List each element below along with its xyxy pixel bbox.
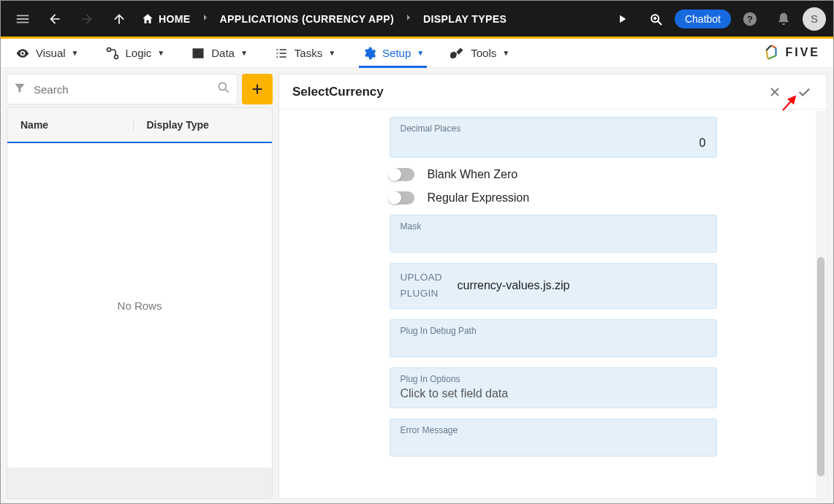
play-icon[interactable] [607, 4, 637, 34]
debug-path-field[interactable]: Plug In Debug Path [390, 319, 717, 357]
page-title: SelectCurrency [292, 85, 384, 99]
filter-icon [13, 81, 26, 97]
decimal-places-field[interactable]: Decimal Places 0 [390, 117, 717, 158]
decimal-places-value: 0 [401, 137, 706, 150]
chevron-down-icon: ▼ [240, 49, 248, 57]
home-icon [141, 12, 154, 26]
regex-label: Regular Expression [428, 191, 530, 205]
tab-tools[interactable]: Tools ▼ [447, 39, 512, 67]
tab-setup-label: Setup [382, 47, 411, 59]
plus-icon [249, 81, 265, 97]
error-message-label: Error Message [401, 425, 706, 435]
help-icon[interactable]: ? [735, 4, 765, 34]
upload-plugin-filename: currency-values.js.zip [458, 279, 570, 292]
svg-point-6 [114, 55, 118, 58]
search-icon[interactable] [216, 80, 231, 98]
svg-point-7 [219, 83, 226, 90]
tab-setup[interactable]: Setup ▼ [359, 39, 427, 67]
five-logo: FIVE [762, 43, 820, 62]
mask-field[interactable]: Mask [390, 215, 717, 253]
chevron-down-icon: ▼ [328, 49, 336, 57]
chevron-down-icon: ▼ [502, 49, 509, 57]
breadcrumb-home-label: HOME [159, 13, 191, 25]
chevron-right-icon [403, 12, 414, 26]
col-display-type: Display Type [133, 119, 259, 131]
upload-plugin-field[interactable]: UPLOAD PLUGIN currency-values.js.zip [390, 263, 717, 309]
list-table: Name Display Type No Rows [7, 107, 273, 499]
breadcrumb-display-types-label: DISPLAY TYPES [423, 13, 507, 25]
chevron-down-icon: ▼ [417, 49, 424, 57]
tab-tools-label: Tools [471, 47, 496, 59]
svg-point-5 [107, 47, 110, 51]
menu-icon[interactable] [8, 4, 37, 34]
blank-when-zero-toggle[interactable] [390, 168, 414, 181]
save-button[interactable] [795, 83, 814, 102]
tab-visual-label: Visual [36, 47, 66, 59]
search-circle-icon[interactable] [641, 4, 670, 34]
logo-icon [762, 43, 781, 62]
tab-data-label: Data [211, 47, 235, 59]
bell-icon[interactable] [769, 4, 798, 34]
chevron-right-icon [200, 12, 211, 26]
search-input[interactable] [34, 83, 216, 96]
breadcrumb: HOME APPLICATIONS (CURRENCY APP) DISPLAY… [137, 12, 511, 26]
check-icon [796, 84, 812, 100]
breadcrumb-home[interactable]: HOME [137, 12, 195, 26]
eye-icon [15, 46, 30, 61]
table-icon [191, 46, 205, 61]
plugin-options-value: Click to set field data [401, 387, 706, 400]
up-icon[interactable] [105, 4, 134, 34]
avatar-initial: S [811, 12, 818, 25]
forward-icon [72, 4, 102, 34]
mask-label: Mask [401, 221, 706, 232]
col-name: Name [20, 119, 133, 131]
table-footer [7, 467, 272, 498]
tasks-icon [274, 46, 289, 61]
chevron-down-icon: ▼ [72, 49, 79, 57]
avatar[interactable]: S [803, 7, 826, 31]
breadcrumb-applications[interactable]: APPLICATIONS (CURRENCY APP) [216, 13, 398, 25]
tab-data[interactable]: Data ▼ [188, 39, 251, 67]
close-button[interactable] [765, 83, 784, 102]
svg-text:?: ? [747, 13, 753, 24]
blank-when-zero-label: Blank When Zero [428, 168, 518, 181]
tab-logic[interactable]: Logic ▼ [102, 39, 168, 67]
back-icon[interactable] [40, 4, 69, 34]
add-button[interactable] [242, 74, 273, 104]
tab-tasks[interactable]: Tasks ▼ [271, 39, 338, 67]
breadcrumb-display-types[interactable]: DISPLAY TYPES [419, 13, 511, 25]
error-message-field[interactable]: Error Message [390, 419, 717, 457]
chatbot-button[interactable]: Chatbot [675, 9, 731, 28]
upload-plugin-label-a: UPLOAD [401, 270, 458, 286]
plugin-options-field[interactable]: Plug In Options Click to set field data [390, 367, 717, 408]
logic-icon [105, 46, 120, 61]
svg-point-1 [653, 17, 656, 20]
logo-text: FIVE [785, 46, 820, 59]
tab-tasks-label: Tasks [295, 47, 322, 59]
scrollbar[interactable] [816, 111, 826, 497]
chevron-down-icon: ▼ [157, 49, 164, 57]
upload-plugin-label-b: PLUGIN [401, 286, 458, 302]
plugin-options-label: Plug In Options [401, 374, 706, 384]
svg-point-4 [21, 52, 23, 54]
chatbot-label: Chatbot [685, 13, 721, 25]
debug-path-label: Plug In Debug Path [401, 326, 706, 336]
breadcrumb-applications-label: APPLICATIONS (CURRENCY APP) [220, 13, 394, 25]
scrollbar-thumb[interactable] [817, 257, 824, 476]
close-icon [767, 85, 782, 99]
regex-toggle[interactable] [390, 191, 414, 205]
search-box[interactable] [7, 74, 238, 104]
tools-icon [450, 46, 465, 61]
no-rows-message: No Rows [7, 143, 272, 467]
decimal-places-label: Decimal Places [401, 123, 706, 134]
tab-logic-label: Logic [126, 47, 152, 59]
gear-icon [362, 46, 376, 61]
tab-visual[interactable]: Visual ▼ [12, 39, 82, 67]
